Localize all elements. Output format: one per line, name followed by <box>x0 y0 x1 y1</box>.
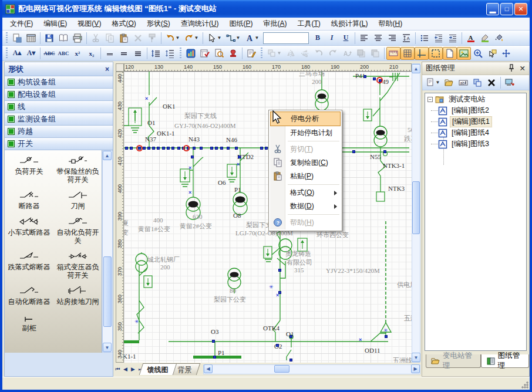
scroll-up-icon[interactable]: ▲ <box>103 151 112 160</box>
toolbar-select-box-button[interactable] <box>429 47 443 60</box>
canvas-vertical-scrollbar[interactable]: ▲ ▼ <box>412 63 420 363</box>
transformer-symbol[interactable] <box>228 268 241 289</box>
selection-handle[interactable] <box>157 147 160 150</box>
drawings-panel-close-icon[interactable]: ✕ <box>520 64 526 73</box>
menu-item-格式[interactable]: 格式(O) <box>106 18 141 30</box>
selection-handle[interactable] <box>191 156 194 158</box>
pin-icon[interactable] <box>508 64 515 72</box>
toolbar-drag-prop-button[interactable] <box>485 47 499 60</box>
selection-handle[interactable] <box>235 147 238 150</box>
canvas-scroll-left-icon[interactable]: ◀ <box>204 364 213 373</box>
toolbar-align-left-button[interactable] <box>357 32 371 45</box>
arrester-symbol[interactable] <box>129 108 142 126</box>
feeder-line[interactable] <box>137 265 147 340</box>
feeder-line[interactable] <box>169 333 388 342</box>
toolbar-font-color-button[interactable]: A <box>464 32 478 45</box>
toolbar-form-check-button[interactable] <box>198 47 212 60</box>
tree-item-3[interactable]: [编辑]图纸4 <box>438 128 526 138</box>
tree-collapse-icon[interactable]: − <box>427 97 433 102</box>
tree-item-4[interactable]: [编辑]图纸3 <box>438 139 526 149</box>
toolbar-undo-button[interactable]: ▼ <box>163 32 182 45</box>
canvas-horizontal-scrollbar[interactable]: ◀ ▶ <box>203 364 420 374</box>
selection-handle[interactable] <box>220 147 223 150</box>
canvas-scroll-up-icon[interactable]: ▲ <box>412 64 420 73</box>
transformer-symbol[interactable] <box>315 90 328 110</box>
toolbar-indent-button[interactable] <box>446 32 460 45</box>
selection-handle[interactable] <box>373 77 376 80</box>
toolbar-book-preview-button[interactable] <box>56 32 70 45</box>
tree-item-1[interactable]: [编辑]图纸2 <box>438 106 526 116</box>
drawings-tree-export-button[interactable] <box>503 76 517 89</box>
shape-item-4[interactable]: 刀闸 <box>53 190 102 210</box>
selection-handle[interactable] <box>276 344 279 347</box>
shape-item-10[interactable]: 站房接地刀闸 <box>53 285 102 306</box>
toolbar-rotate-right-button[interactable] <box>326 47 340 60</box>
toolbar-grip[interactable] <box>179 48 182 59</box>
toolbar-save-button[interactable] <box>42 32 56 45</box>
selection-handle[interactable] <box>210 147 213 150</box>
menu-item-线损计算[interactable]: 线损计算(L) <box>326 18 373 30</box>
context-menu-item-格式[interactable]: 格式(O) <box>270 186 341 200</box>
context-menu-item-剪切[interactable]: 剪切(T) <box>270 143 341 156</box>
arrester-symbol[interactable] <box>180 169 190 182</box>
toolbar-bold-button[interactable]: B <box>311 32 325 45</box>
toolbar-chart-analysis-button[interactable] <box>184 47 198 60</box>
menu-item-工具[interactable]: 工具(T) <box>292 18 325 30</box>
sheet-nav-next-button[interactable]: ▶ <box>129 364 137 374</box>
resize-grip[interactable] <box>521 381 528 388</box>
menu-item-图纸[interactable]: 图纸(P) <box>224 18 258 30</box>
toolbar-note-edit-button[interactable] <box>244 47 258 60</box>
selection-handle[interactable] <box>171 147 174 150</box>
selection-handle[interactable] <box>147 147 150 150</box>
tree-root-label[interactable]: 测试变电站 <box>447 94 487 104</box>
toolbar-subscript-button[interactable]: x₂ <box>85 47 99 60</box>
toolbar-align-center-button[interactable] <box>371 32 385 45</box>
toolbar-hline-triple-button[interactable] <box>131 47 145 60</box>
shape-item-2[interactable]: 带保险丝的负荷开关 <box>53 155 102 184</box>
shape-item-5[interactable]: 小车式断路器 <box>5 216 53 245</box>
tree-item-label[interactable]: [编辑]图纸3 <box>450 139 491 149</box>
selection-handle[interactable] <box>212 340 215 343</box>
selection-handle[interactable] <box>143 147 146 150</box>
shape-item-3[interactable]: 断路器 <box>5 190 53 210</box>
toolbar-text-rotate-button[interactable]: A <box>340 47 354 60</box>
shape-item-11[interactable]: 副柜 <box>5 312 53 332</box>
drawings-panel-header[interactable]: 图纸管理 ✕ <box>422 62 529 75</box>
drawings-tree-new-button[interactable]: ▼ <box>423 76 442 89</box>
toolbar-connector-tool-button[interactable]: ▼ <box>224 32 243 45</box>
toolbar-order-button[interactable]: ▼ <box>265 47 284 60</box>
toolbar-find-doc-button[interactable] <box>212 47 226 60</box>
toolbar-redo-button[interactable]: ▼ <box>182 32 201 45</box>
transformer-symbol[interactable] <box>374 126 387 147</box>
toolbar-page-break-button[interactable] <box>443 47 457 60</box>
sheet-nav-prev-button[interactable]: ◀ <box>122 364 129 374</box>
toolbar-grip[interactable] <box>260 48 263 59</box>
selection-handle[interactable] <box>162 147 165 150</box>
feeder-line[interactable] <box>389 73 398 81</box>
toolbar-italic-button[interactable]: I <box>325 32 339 45</box>
toolbar-outdent-button[interactable] <box>432 32 446 45</box>
selection-handle[interactable] <box>125 147 128 150</box>
shape-item-7[interactable]: 跌落式熔断器 <box>5 251 53 279</box>
shape-group-5[interactable]: 跨越 <box>5 126 113 138</box>
maximize-button[interactable]: □ <box>500 3 513 15</box>
toolbar-zoom-dynamic-button[interactable] <box>471 47 485 60</box>
canvas-scroll-down-icon[interactable]: ▼ <box>412 353 420 362</box>
toolbar-font-increase-button[interactable]: A▴ <box>10 47 24 60</box>
toolbar-superscript-button[interactable]: x² <box>70 47 85 60</box>
context-menu-item-帮助[interactable]: ?帮助(H) <box>270 216 341 229</box>
sheet-tab-馈线图[interactable]: 馈线图 <box>139 363 177 375</box>
selection-handle[interactable] <box>289 359 292 361</box>
canvas-scroll-right-icon[interactable]: ▶ <box>411 364 420 373</box>
selection-handle[interactable] <box>238 156 241 158</box>
toolbar-paste-button[interactable] <box>117 32 131 45</box>
shapes-scrollbar[interactable]: ▲ ▼ <box>102 150 113 353</box>
context-menu-item-粘贴[interactable]: 粘贴(P) <box>270 170 341 183</box>
tree-item-label[interactable]: [编辑]图纸1 <box>450 116 492 127</box>
arrester-symbol[interactable] <box>227 164 237 177</box>
menu-item-审批[interactable]: 审批(A) <box>258 18 292 30</box>
toolbar-grid-button[interactable] <box>400 47 415 60</box>
shapes-panel-header[interactable]: 形状 × <box>5 62 113 76</box>
selection-handle[interactable] <box>227 147 230 150</box>
feeder-line[interactable] <box>124 111 139 133</box>
